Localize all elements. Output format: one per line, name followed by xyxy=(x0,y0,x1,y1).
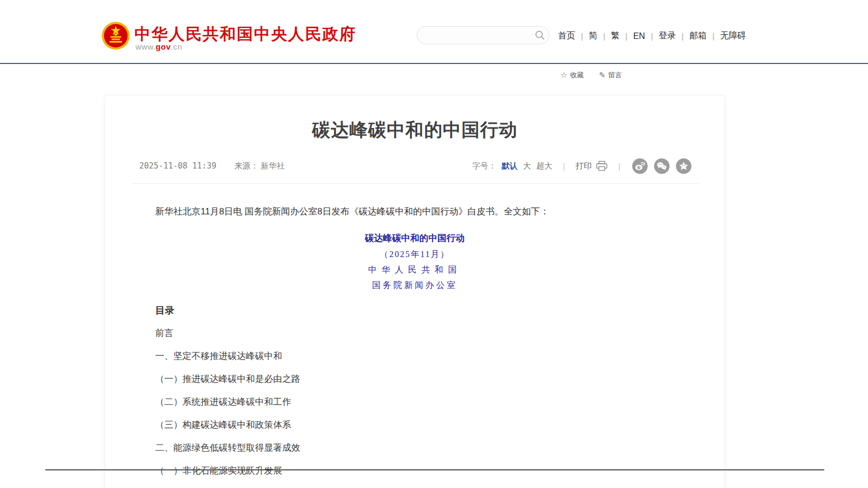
favorite-label: 收藏 xyxy=(570,70,584,80)
search-button[interactable] xyxy=(531,26,549,44)
wechat-share-icon[interactable] xyxy=(654,158,670,174)
share-group xyxy=(632,158,691,174)
nav-separator: | xyxy=(625,32,627,41)
comment-label: 留言 xyxy=(608,70,622,80)
nav-mail[interactable]: 邮箱 xyxy=(689,30,706,42)
site-url[interactable]: www.gov.cn xyxy=(136,42,182,51)
site-url-highlight: gov xyxy=(156,42,171,51)
star-outline-icon: ☆ xyxy=(560,70,567,80)
page: 中华人民共和国中央人民政府 www.gov.cn 首页| 简| 繁| EN| 登… xyxy=(0,0,868,488)
meta-separator: | xyxy=(618,162,620,171)
header-divider-line xyxy=(0,63,868,64)
star-share-icon[interactable] xyxy=(676,158,691,174)
document-author-line2: 国务院新闻办公室 xyxy=(155,280,674,291)
toc-item-preface: 前言 xyxy=(155,327,674,340)
nav-home[interactable]: 首页 xyxy=(558,30,575,42)
pen-icon: ✎ xyxy=(599,70,606,80)
search-icon xyxy=(535,30,545,41)
fontsize-large[interactable]: 大 xyxy=(523,161,531,171)
favorite-button[interactable]: ☆ 收藏 xyxy=(560,70,584,80)
toc-heading: 目录 xyxy=(155,304,674,317)
nav-accessibility[interactable]: 无障碍 xyxy=(720,30,746,42)
publish-date: 2025-11-08 11:39 xyxy=(139,161,217,171)
meta-separator: | xyxy=(563,162,565,171)
fontsize-xlarge[interactable]: 超大 xyxy=(536,161,552,171)
window-bottom-border xyxy=(45,469,824,470)
article-card: 碳达峰碳中和的中国行动 2025-11-08 11:39 来源： 新华社 字号：… xyxy=(105,95,725,488)
toc-item-section1: 一、坚定不移推进碳达峰碳中和 xyxy=(155,350,674,363)
lead-paragraph: 新华社北京11月8日电 国务院新闻办公室8日发布《碳达峰碳中和的中国行动》白皮书… xyxy=(155,206,674,218)
site-header: 中华人民共和国中央人民政府 www.gov.cn 首页| 简| 繁| EN| 登… xyxy=(0,0,868,63)
document-body: 新华社北京11月8日电 国务院新闻办公室8日发布《碳达峰碳中和的中国行动》白皮书… xyxy=(105,206,724,477)
nav-traditional[interactable]: 繁 xyxy=(611,30,619,42)
print-button[interactable]: 打印 xyxy=(576,161,608,171)
document-author-line1: 中华人民共和国 xyxy=(155,265,674,275)
nav-simplified[interactable]: 简 xyxy=(589,30,598,42)
search-box xyxy=(417,26,550,44)
print-label: 打印 xyxy=(576,161,592,171)
nav-separator: | xyxy=(603,32,606,41)
nav-english[interactable]: EN xyxy=(633,31,645,41)
toc-item-section1-3: （三）构建碳达峰碳中和政策体系 xyxy=(155,419,674,431)
toc-item-section1-1: （一）推进碳达峰碳中和是必由之路 xyxy=(155,373,674,386)
document-title: 碳达峰碳中和的中国行动 xyxy=(155,233,674,244)
nav-separator: | xyxy=(682,32,684,41)
nav-login[interactable]: 登录 xyxy=(659,30,676,42)
page-actions: ☆ 收藏 ✎ 留言 xyxy=(560,70,622,80)
search-input[interactable] xyxy=(417,31,531,39)
document-date: （2025年11月） xyxy=(155,249,674,260)
source: 来源： 新华社 xyxy=(235,161,285,171)
weibo-share-icon[interactable] xyxy=(632,158,648,174)
nav-separator: | xyxy=(712,32,714,41)
top-nav: 首页| 简| 繁| EN| 登录| 邮箱| 无障碍 xyxy=(558,30,746,42)
toc-item-section2: 二、能源绿色低碳转型取得显著成效 xyxy=(155,442,674,454)
site-url-prefix: www. xyxy=(136,42,156,51)
fontsize-default[interactable]: 默认 xyxy=(501,161,517,171)
printer-icon xyxy=(596,161,608,171)
comment-button[interactable]: ✎ 留言 xyxy=(599,70,622,80)
nav-separator: | xyxy=(581,32,583,41)
article-meta-row: 2025-11-08 11:39 来源： 新华社 字号： 默认 大 超大 | 打… xyxy=(139,158,691,173)
toc-item-section1-2: （二）系统推进碳达峰碳中和工作 xyxy=(155,396,674,409)
toc-item-section2-1: （一）非化石能源实现跃升发展 xyxy=(155,465,674,477)
meta-divider-line xyxy=(131,183,699,184)
source-name: 新华社 xyxy=(261,161,285,170)
nav-separator: | xyxy=(651,32,653,41)
national-emblem-logo[interactable] xyxy=(101,21,130,50)
fontsize-group: 字号： 默认 大 超大 xyxy=(472,161,552,171)
fontsize-label: 字号： xyxy=(472,161,496,171)
site-url-suffix: .cn xyxy=(171,42,182,51)
article-title: 碳达峰碳中和的中国行动 xyxy=(105,118,724,142)
